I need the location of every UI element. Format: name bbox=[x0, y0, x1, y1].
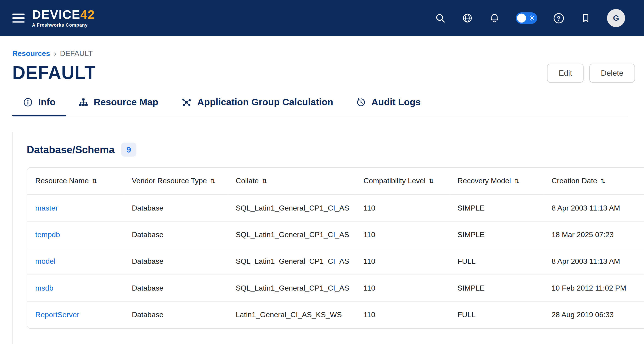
brand-name-accent: 42 bbox=[80, 8, 95, 21]
globe-icon[interactable] bbox=[462, 13, 473, 24]
cell-vendor-type: Database bbox=[124, 302, 227, 328]
cell-creation-date: 28 Aug 2019 06:33 bbox=[544, 302, 644, 328]
avatar-initial: G bbox=[613, 14, 619, 23]
sort-icon: ⇅ bbox=[429, 178, 434, 185]
menu-icon[interactable] bbox=[12, 13, 25, 24]
cell-compatibility-level: 110 bbox=[355, 248, 449, 275]
cell-collate: Latin1_General_CI_AS_KS_WS bbox=[228, 302, 355, 328]
tab-label: Info bbox=[38, 97, 56, 108]
tab-label: Audit Logs bbox=[372, 97, 421, 108]
main-content: Resources › DEFAULT DEFAULT Edit Delete … bbox=[0, 49, 644, 344]
breadcrumb: Resources › DEFAULT bbox=[12, 49, 644, 58]
brand-name-primary: DEVICE bbox=[32, 8, 80, 21]
content-panel: Database/Schema 9 Resource Name⇅ Vendor … bbox=[12, 132, 644, 344]
info-icon bbox=[23, 98, 33, 107]
network-icon bbox=[181, 97, 192, 108]
resource-link[interactable]: msdb bbox=[35, 284, 54, 292]
table-header: Resource Name⇅ Vendor Resource Type⇅ Col… bbox=[27, 168, 644, 195]
resources-table: Resource Name⇅ Vendor Resource Type⇅ Col… bbox=[26, 167, 644, 329]
cell-collate: SQL_Latin1_General_CP1_CI_AS bbox=[228, 275, 355, 302]
cell-vendor-type: Database bbox=[124, 248, 227, 275]
avatar[interactable]: G bbox=[607, 9, 625, 27]
brand-logo[interactable]: DEVICE42 A Freshworks Company bbox=[32, 9, 95, 28]
bell-icon[interactable] bbox=[488, 13, 500, 24]
cell-recovery-model: SIMPLE bbox=[449, 195, 543, 222]
sort-icon: ⇅ bbox=[262, 178, 267, 185]
tab-application-group-calculation[interactable]: Application Group Calculation bbox=[170, 93, 344, 116]
page-title: DEFAULT bbox=[12, 63, 96, 83]
sort-icon: ⇅ bbox=[210, 178, 216, 185]
cell-vendor-type: Database bbox=[124, 222, 227, 248]
edit-button[interactable]: Edit bbox=[547, 64, 584, 83]
tab-info[interactable]: Info bbox=[12, 93, 66, 116]
cell-compatibility-level: 110 bbox=[355, 222, 449, 248]
column-header-vendor-resource-type[interactable]: Vendor Resource Type⇅ bbox=[124, 168, 227, 195]
menu-bar bbox=[12, 21, 25, 23]
sitemap-icon bbox=[78, 98, 88, 107]
column-header-recovery-model[interactable]: Recovery Model⇅ bbox=[449, 168, 543, 195]
menu-bar bbox=[12, 14, 25, 15]
cell-vendor-type: Database bbox=[124, 275, 227, 302]
cell-vendor-type: Database bbox=[124, 195, 227, 222]
cell-compatibility-level: 110 bbox=[355, 275, 449, 302]
breadcrumb-resources-link[interactable]: Resources bbox=[12, 49, 50, 58]
tab-audit-logs[interactable]: Audit Logs bbox=[346, 93, 432, 116]
tab-bar: Info Resource Map bbox=[12, 93, 628, 117]
column-label: Creation Date bbox=[552, 177, 597, 185]
column-header-resource-name[interactable]: Resource Name⇅ bbox=[27, 168, 124, 195]
tab-label: Resource Map bbox=[94, 97, 158, 108]
sort-icon: ⇅ bbox=[600, 178, 606, 185]
top-navbar: DEVICE42 A Freshworks Company bbox=[0, 0, 644, 36]
cell-creation-date: 18 Mar 2025 07:23 bbox=[544, 222, 644, 248]
breadcrumb-separator: › bbox=[54, 49, 56, 58]
brand-name: DEVICE42 bbox=[32, 9, 95, 21]
bookmark-icon[interactable] bbox=[580, 13, 591, 24]
help-glyph: ? bbox=[554, 13, 564, 23]
cell-compatibility-level: 110 bbox=[355, 302, 449, 328]
globe-icon-glyph bbox=[462, 13, 473, 24]
cell-collate: SQL_Latin1_General_CP1_CI_AS bbox=[228, 222, 355, 248]
table-row: master Database SQL_Latin1_General_CP1_C… bbox=[27, 195, 644, 222]
resource-link[interactable]: master bbox=[35, 204, 58, 212]
cell-collate: SQL_Latin1_General_CP1_CI_AS bbox=[228, 195, 355, 222]
theme-toggle[interactable] bbox=[516, 13, 537, 24]
cell-recovery-model: SIMPLE bbox=[449, 222, 543, 248]
cell-recovery-model: SIMPLE bbox=[449, 275, 543, 302]
navbar-left: DEVICE42 A Freshworks Company bbox=[12, 9, 95, 28]
cell-creation-date: 8 Apr 2003 11:13 AM bbox=[544, 248, 644, 275]
column-header-compatibility-level[interactable]: Compatibility Level⇅ bbox=[355, 168, 449, 195]
column-label: Collate bbox=[236, 177, 259, 185]
breadcrumb-current: DEFAULT bbox=[60, 49, 93, 58]
bell-icon-glyph bbox=[489, 13, 500, 24]
tab-resource-map[interactable]: Resource Map bbox=[68, 93, 169, 116]
table-row: model Database SQL_Latin1_General_CP1_CI… bbox=[27, 248, 644, 275]
cell-creation-date: 8 Apr 2003 11:13 AM bbox=[544, 195, 644, 222]
sun-icon bbox=[528, 15, 535, 22]
tab-label: Application Group Calculation bbox=[197, 97, 333, 108]
cell-recovery-model: FULL bbox=[449, 302, 543, 328]
history-icon bbox=[356, 98, 366, 107]
table-row: tempdb Database SQL_Latin1_General_CP1_C… bbox=[27, 222, 644, 248]
screen: DEVICE42 A Freshworks Company bbox=[0, 0, 644, 344]
delete-button[interactable]: Delete bbox=[590, 64, 635, 83]
help-icon[interactable]: ? bbox=[553, 13, 564, 24]
section-header: Database/Schema 9 bbox=[26, 143, 644, 157]
column-label: Compatibility Level bbox=[364, 177, 426, 185]
cell-compatibility-level: 110 bbox=[355, 195, 449, 222]
column-header-collate[interactable]: Collate⇅ bbox=[228, 168, 355, 195]
resource-link[interactable]: model bbox=[35, 257, 56, 266]
search-icon-glyph bbox=[435, 13, 446, 24]
resource-link[interactable]: ReportServer bbox=[35, 311, 79, 319]
table-row: ReportServer Database Latin1_General_CI_… bbox=[27, 302, 644, 328]
page-actions: Edit Delete bbox=[547, 64, 635, 83]
cell-creation-date: 10 Feb 2012 11:02 PM bbox=[544, 275, 644, 302]
cell-collate: SQL_Latin1_General_CP1_CI_AS bbox=[228, 248, 355, 275]
column-label: Resource Name bbox=[35, 177, 89, 185]
column-header-creation-date[interactable]: Creation Date⇅ bbox=[544, 168, 644, 195]
resource-link[interactable]: tempdb bbox=[35, 230, 60, 239]
navbar-right: ? G bbox=[434, 9, 625, 27]
count-badge: 9 bbox=[121, 143, 136, 157]
column-label: Recovery Model bbox=[458, 177, 511, 185]
search-icon[interactable] bbox=[434, 13, 446, 24]
bookmark-icon-glyph bbox=[581, 13, 590, 23]
